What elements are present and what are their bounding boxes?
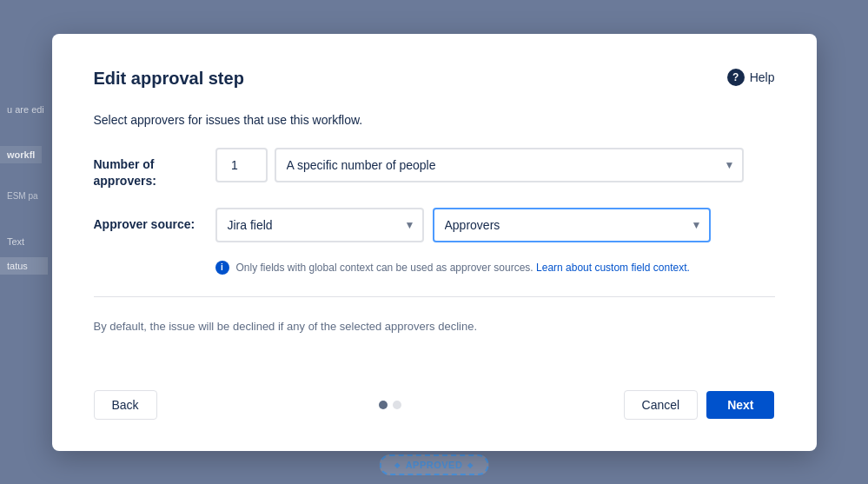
section-divider	[94, 296, 775, 297]
approver-source-row: Approver source: Jira field ▼ Approvers …	[94, 208, 775, 242]
info-text-content: Only fields with global context can be u…	[236, 262, 533, 274]
approver-field-select[interactable]: Approvers	[433, 208, 711, 242]
step-indicators	[379, 401, 401, 409]
approvers-row: Number ofapprovers: A specific number of…	[94, 148, 775, 190]
decline-note: By default, the issue will be declined i…	[94, 318, 775, 335]
modal-header: Edit approval step ? Help	[94, 69, 775, 89]
modal-footer: Back Cancel Next	[94, 376, 775, 420]
help-icon: ?	[727, 69, 745, 86]
approver-field-select-wrapper: Approvers ▼	[433, 208, 711, 242]
step-dot-2	[393, 401, 401, 409]
help-link[interactable]: ? Help	[727, 69, 775, 86]
approver-source-select[interactable]: Jira field	[215, 208, 424, 242]
modal-backdrop: Edit approval step ? Help Select approve…	[0, 0, 868, 484]
form-section: Number ofapprovers: A specific number of…	[94, 148, 775, 341]
approver-type-select-wrapper: A specific number of people ▼	[275, 148, 744, 182]
approvers-controls: A specific number of people ▼	[215, 148, 775, 182]
footer-right: Cancel Next	[624, 390, 775, 420]
info-icon: i	[215, 261, 229, 275]
approvers-label: Number ofapprovers:	[94, 148, 215, 190]
approver-type-select[interactable]: A specific number of people	[275, 148, 744, 182]
approver-source-label: Approver source:	[94, 208, 215, 234]
approver-source-controls: Jira field ▼ Approvers ▼	[215, 208, 775, 242]
next-button[interactable]: Next	[706, 391, 774, 419]
cancel-button[interactable]: Cancel	[624, 390, 699, 420]
section-description: Select approvers for issues that use thi…	[94, 113, 775, 127]
approvers-label-text: Number ofapprovers:	[94, 157, 156, 189]
info-link[interactable]: Learn about custom field context.	[536, 262, 690, 274]
help-label: Help	[750, 70, 775, 84]
back-button[interactable]: Back	[94, 390, 157, 420]
approvers-number-input[interactable]	[215, 148, 268, 182]
approver-source-select-wrapper: Jira field ▼	[215, 208, 424, 242]
info-text: Only fields with global context can be u…	[236, 260, 690, 275]
modal-title: Edit approval step	[94, 69, 244, 89]
step-dot-1	[379, 401, 388, 409]
info-row: i Only fields with global context can be…	[215, 260, 775, 275]
modal-container: Edit approval step ? Help Select approve…	[52, 34, 817, 451]
